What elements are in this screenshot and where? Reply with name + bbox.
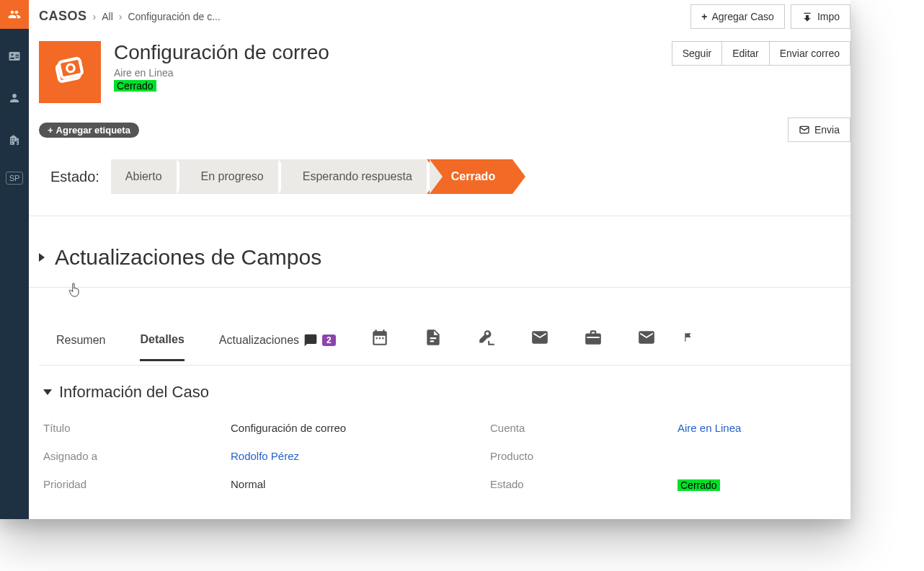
tab-briefcase[interactable] [584, 328, 603, 365]
edit-button[interactable]: Editar [722, 41, 770, 66]
chevron-right-icon: › [119, 11, 123, 22]
tag-row: + Agregar etiqueta Envia [39, 118, 850, 142]
ticket-icon [52, 54, 88, 90]
case-header: Configuración de correo Aire en Linea Ce… [39, 41, 850, 103]
add-case-button[interactable]: + Agregar Caso [690, 4, 785, 29]
import-button[interactable]: Impo [791, 4, 850, 29]
plus-icon: + [48, 125, 53, 136]
field-label-producto: Producto [490, 450, 678, 462]
send-label: Envia [814, 124, 840, 136]
breadcrumb-current: Configuración de c... [128, 11, 220, 22]
tab-mail[interactable] [530, 328, 549, 365]
status-chip: Cerrado [114, 80, 156, 92]
envelope-icon [637, 328, 656, 347]
flag-icon [683, 328, 693, 347]
divider [29, 216, 850, 216]
field-val-prioridad: Normal [231, 478, 490, 491]
section-updates-title: Actualizaciones de Campos [55, 245, 321, 270]
case-account[interactable]: Aire en Linea [114, 67, 329, 79]
envelope-icon [530, 328, 549, 347]
top-actions: + Agregar Caso Impo [690, 4, 850, 29]
case-icon [39, 41, 101, 103]
sidebar-sp-badge[interactable]: SP [6, 172, 24, 185]
expand-down-icon[interactable] [43, 389, 52, 395]
import-label: Impo [817, 11, 840, 22]
app-frame: SP CASOS › All › Configuración de c... +… [0, 0, 850, 519]
sidebar-item-cases[interactable] [0, 0, 29, 29]
info-section: Información del Caso Título Configuració… [39, 383, 850, 491]
updates-count-badge: 2 [322, 335, 336, 346]
expand-right-icon[interactable] [39, 253, 45, 262]
field-val-cuenta[interactable]: Aire en Linea [678, 422, 850, 434]
breadcrumb-filter[interactable]: All [102, 11, 113, 22]
field-val-producto [678, 450, 850, 462]
tab-detalles[interactable]: Detalles [140, 333, 184, 361]
info-heading[interactable]: Información del Caso [43, 383, 850, 402]
field-label-estado: Estado [490, 478, 678, 491]
tab-actualizaciones[interactable]: Actualizaciones 2 [219, 333, 336, 360]
tab-tools[interactable] [477, 328, 496, 365]
sidebar-item-contacts[interactable] [0, 42, 29, 71]
envelope-icon [799, 124, 810, 136]
field-label-asignado: Asignado a [43, 450, 231, 462]
svg-rect-1 [58, 58, 82, 78]
field-label-prioridad: Prioridad [43, 478, 231, 491]
tab-updates-label: Actualizaciones [219, 334, 299, 347]
sidebar-item-company[interactable] [0, 125, 29, 154]
field-label-titulo: Título [43, 422, 231, 434]
tab-mail2[interactable] [637, 328, 656, 365]
add-case-label: Agregar Caso [711, 11, 773, 22]
send-email-button[interactable]: Enviar correo [770, 41, 850, 66]
status-chip-inline: Cerrado [678, 479, 720, 491]
field-val-titulo: Configuración de correo [231, 422, 490, 434]
briefcase-icon [584, 328, 603, 347]
send-button[interactable]: Envia [788, 118, 850, 142]
download-icon [801, 11, 813, 22]
state-label: Estado: [50, 169, 99, 185]
tabs: Resumen Detalles Actualizaciones 2 [39, 328, 850, 366]
tab-resumen[interactable]: Resumen [56, 334, 105, 360]
add-tag-button[interactable]: + Agregar etiqueta [39, 123, 139, 138]
field-val-asignado[interactable]: Rodolfo Pérez [231, 450, 490, 462]
field-label-cuenta: Cuenta [490, 422, 678, 434]
note-icon [424, 328, 443, 347]
state-row: Estado: Abierto En progreso Esperando re… [39, 159, 850, 194]
sidebar-item-person[interactable] [0, 84, 29, 112]
state-step-abierto[interactable]: Abierto [111, 159, 179, 194]
tab-more[interactable] [683, 328, 693, 365]
case-head-text: Configuración de correo Aire en Linea Ce… [114, 41, 329, 92]
people-icon [8, 8, 21, 21]
sidebar: SP [0, 0, 29, 519]
person-icon [8, 92, 21, 105]
divider [29, 287, 850, 288]
tab-calendar[interactable] [370, 328, 389, 365]
follow-button[interactable]: Seguir [672, 41, 722, 66]
head-actions: Seguir Editar Enviar correo [672, 41, 850, 66]
state-step-esperando[interactable]: Esperando respuesta [278, 159, 430, 194]
chevron-right-icon: › [93, 11, 97, 22]
building-icon [8, 133, 21, 146]
wrench-hand-icon [477, 328, 496, 347]
plus-icon: + [701, 11, 707, 22]
case-title: Configuración de correo [114, 41, 329, 64]
info-grid: Título Configuración de correo Cuenta Ai… [43, 422, 850, 491]
info-heading-title: Información del Caso [59, 383, 209, 402]
calendar-icon [370, 328, 389, 347]
tab-notes[interactable] [424, 328, 443, 365]
add-tag-label: Agregar etiqueta [56, 125, 130, 136]
main-content: CASOS › All › Configuración de c... + Ag… [29, 0, 850, 519]
field-val-estado: Cerrado [678, 478, 850, 491]
breadcrumb-module[interactable]: CASOS [39, 9, 87, 24]
section-updates-header[interactable]: Actualizaciones de Campos [39, 245, 850, 270]
id-card-icon [8, 50, 21, 63]
cursor-hand-icon [68, 283, 81, 301]
comment-icon [303, 333, 318, 348]
